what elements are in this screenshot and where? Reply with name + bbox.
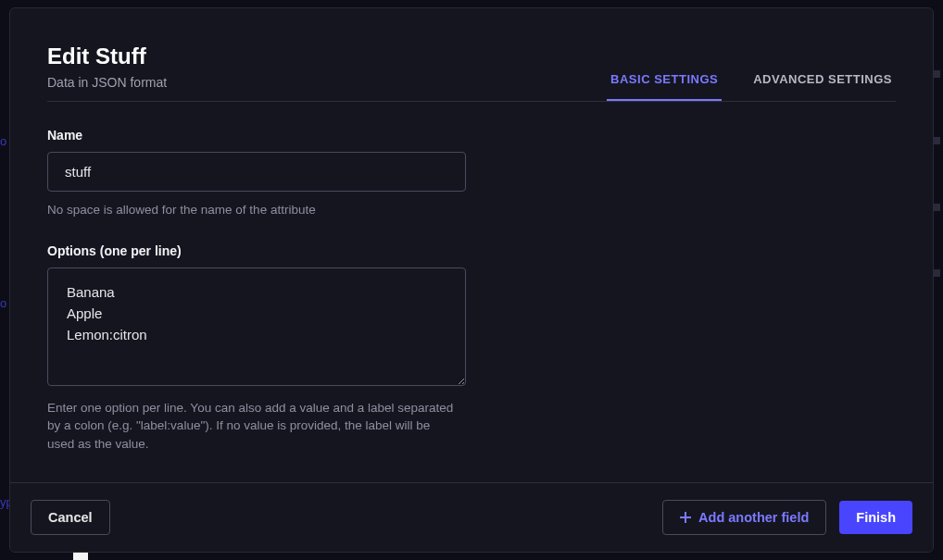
modal-header-left: Edit Stuff Data in JSON format bbox=[47, 44, 167, 101]
name-field-group: Name No space is allowed for the name of… bbox=[47, 128, 466, 219]
name-help-text: No space is allowed for the name of the … bbox=[47, 201, 455, 219]
backdrop-text: o bbox=[0, 296, 6, 310]
backdrop-fragment bbox=[73, 553, 88, 561]
modal-header: Edit Stuff Data in JSON format BASIC SET… bbox=[47, 44, 896, 102]
plus-icon bbox=[680, 512, 691, 523]
settings-tabs: BASIC SETTINGS ADVANCED SETTINGS bbox=[607, 59, 896, 101]
edit-attribute-modal: Edit Stuff Data in JSON format BASIC SET… bbox=[9, 7, 934, 553]
name-label: Name bbox=[47, 128, 466, 143]
add-another-label: Add another field bbox=[698, 510, 809, 525]
modal-subtitle: Data in JSON format bbox=[47, 75, 167, 90]
options-label: Options (one per line) bbox=[47, 243, 466, 258]
footer-right-actions: Add another field Finish bbox=[662, 500, 912, 535]
options-field-group: Options (one per line) Enter one option … bbox=[47, 243, 466, 454]
backdrop-text: o bbox=[0, 134, 6, 148]
modal-footer: Cancel Add another field Finish bbox=[10, 482, 933, 552]
cancel-button[interactable]: Cancel bbox=[31, 500, 110, 535]
tab-basic-settings[interactable]: BASIC SETTINGS bbox=[607, 59, 722, 101]
finish-button[interactable]: Finish bbox=[839, 501, 912, 534]
options-help-text: Enter one option per line. You can also … bbox=[47, 399, 455, 454]
name-input[interactable] bbox=[47, 152, 466, 192]
add-another-field-button[interactable]: Add another field bbox=[662, 500, 826, 535]
tab-advanced-settings[interactable]: ADVANCED SETTINGS bbox=[749, 59, 896, 101]
modal-title: Edit Stuff bbox=[47, 44, 167, 69]
modal-body: Edit Stuff Data in JSON format BASIC SET… bbox=[10, 8, 933, 482]
options-textarea[interactable] bbox=[47, 268, 466, 386]
